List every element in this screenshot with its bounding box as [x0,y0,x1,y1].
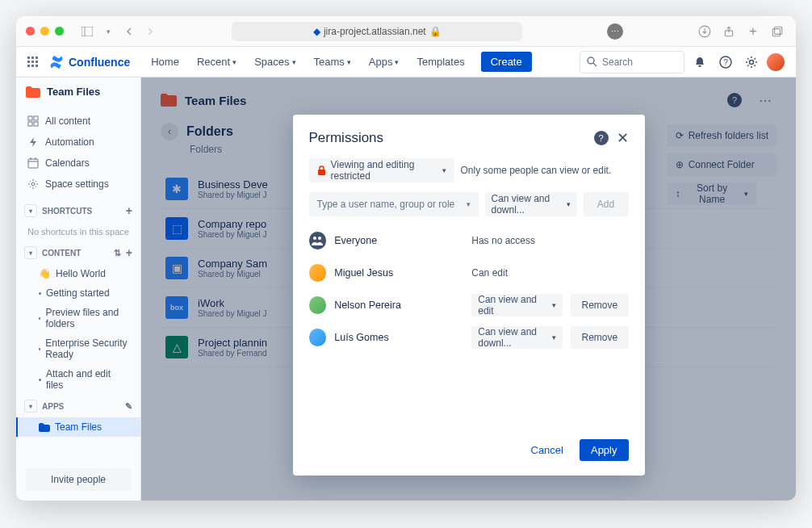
confluence-logo[interactable]: Confluence [49,55,130,69]
close-window-button[interactable] [26,27,35,36]
chevron-down-icon[interactable]: ▾ [24,246,37,259]
cancel-button[interactable]: Cancel [523,439,571,461]
apply-button[interactable]: Apply [580,439,629,461]
nav-teams[interactable]: Teams▾ [308,52,358,71]
user-avatar [309,329,327,346]
content-header[interactable]: ▾ CONTENT ⇅ + [16,241,140,264]
remove-button[interactable]: Remove [571,326,628,349]
svg-point-19 [31,182,35,186]
maximize-window-button[interactable] [55,27,64,36]
restriction-desc: Only some people can view or edit. [461,165,612,176]
svg-rect-11 [28,116,32,120]
forward-button[interactable] [141,23,159,40]
sidebar-toggle-icon[interactable] [78,23,96,40]
nav-spaces[interactable]: Spaces▾ [248,52,302,71]
user-avatar [309,264,327,282]
sidebar: Team Files All content Automation Calend… [16,78,141,501]
chevron-down-icon: ▾ [567,200,571,208]
bullet-icon [39,379,41,381]
back-button[interactable] [120,23,138,40]
bolt-icon [27,136,39,148]
search-placeholder: Search [602,57,633,68]
space-header[interactable]: Team Files [16,78,140,106]
jira-icon: ◆ [313,26,320,37]
restriction-summary: Viewing and editing restricted ▾ Only so… [309,158,629,182]
invite-people-button[interactable]: Invite people [26,468,131,491]
remove-button[interactable]: Remove [571,294,628,316]
modal-title: Permissions [309,130,384,146]
svg-rect-15 [28,159,38,168]
app-switcher-icon[interactable] [27,57,38,67]
download-icon[interactable] [696,23,714,40]
user-input[interactable]: Type a user name, group or role ▾ [309,192,479,216]
search-icon [587,57,597,67]
browser-right-icons: + [696,23,786,40]
add-content-icon[interactable]: + [126,246,132,259]
shortcuts-header[interactable]: ▾ SHORTCUTS + [16,199,140,222]
permission-row: Everyone Has no access [309,228,629,254]
nav-apps[interactable]: Apps▾ [362,52,406,71]
permissions-modal: Permissions ? ✕ Viewing and editing rest… [293,115,645,476]
tabs-icon[interactable] [768,23,786,40]
sidebar-automation[interactable]: Automation [16,132,140,153]
sidebar-calendars[interactable]: Calendars [16,153,140,174]
content-getting-started[interactable]: Getting started [16,283,140,303]
share-icon[interactable] [720,23,738,40]
default-role-select[interactable]: Can view and downl... ▾ [485,192,577,216]
nav-recent[interactable]: Recent▾ [190,52,243,71]
content-attach-edit[interactable]: Attach and edit files [16,364,140,395]
url-bar[interactable]: ◆ jira-project.atlassian.net 🔒 [232,22,522,41]
chevron-down-icon: ▾ [467,200,471,208]
access-select[interactable]: Can view and downl... ▾ [471,326,563,349]
svg-rect-14 [34,122,38,126]
minimize-window-button[interactable] [40,27,49,36]
create-button[interactable]: Create [481,52,532,72]
notifications-icon[interactable] [689,52,710,73]
modal-help-icon[interactable]: ? [594,131,609,145]
new-tab-icon[interactable]: + [744,23,762,40]
folder-icon [26,86,40,98]
bullet-icon [39,348,40,350]
bullet-icon [39,292,41,295]
permission-row: Nelson Pereira Can view and edit ▾ Remov… [309,292,629,318]
add-button[interactable]: Add [584,192,629,216]
lock-icon [317,166,326,176]
gear-icon [27,178,39,190]
help-icon[interactable]: ? [715,52,736,73]
content-hello-world[interactable]: 👋 Hello World [16,264,140,283]
filter-icon[interactable]: ⇅ [114,248,121,258]
content-enterprise-security[interactable]: Enterprise Security Ready [16,333,140,364]
reader-icon[interactable]: ⋯ [607,23,623,40]
browser-nav: ▾ [78,23,159,40]
svg-rect-13 [28,122,32,126]
apps-header[interactable]: ▾ APPS ✎ [16,395,140,417]
nav-home[interactable]: Home [144,52,186,71]
chevron-down-icon[interactable]: ▾ [24,400,37,413]
traffic-lights [26,27,64,36]
app-team-files[interactable]: Team Files [16,417,140,437]
chevron-down-icon[interactable]: ▾ [24,204,37,217]
restriction-select[interactable]: Viewing and editing restricted ▾ [309,158,454,182]
user-avatar[interactable] [767,53,785,71]
chevron-down-icon: ▾ [552,301,556,309]
svg-point-6 [588,57,594,64]
svg-text:?: ? [723,58,728,67]
confluence-icon [49,55,64,69]
access-select[interactable]: Can view and edit ▾ [471,294,563,316]
sidebar-all-content[interactable]: All content [16,111,140,132]
nav-templates[interactable]: Templates [410,52,471,71]
permission-row: Miguel Jesus Can edit [309,260,629,286]
close-modal-button[interactable]: ✕ [617,129,629,147]
edit-icon[interactable]: ✎ [125,401,132,412]
sidebar-space-settings[interactable]: Space settings [16,174,140,195]
settings-icon[interactable] [741,52,762,73]
space-name: Team Files [47,86,100,98]
modal-footer: Cancel Apply [309,439,629,461]
add-shortcut-icon[interactable]: + [126,204,132,217]
svg-point-10 [750,60,754,64]
chevron-down-icon[interactable]: ▾ [99,23,117,40]
search-input[interactable]: Search [580,51,684,73]
svg-rect-4 [772,28,780,36]
bullet-icon [39,317,40,320]
content-preview-files[interactable]: Preview files and folders [16,303,140,333]
